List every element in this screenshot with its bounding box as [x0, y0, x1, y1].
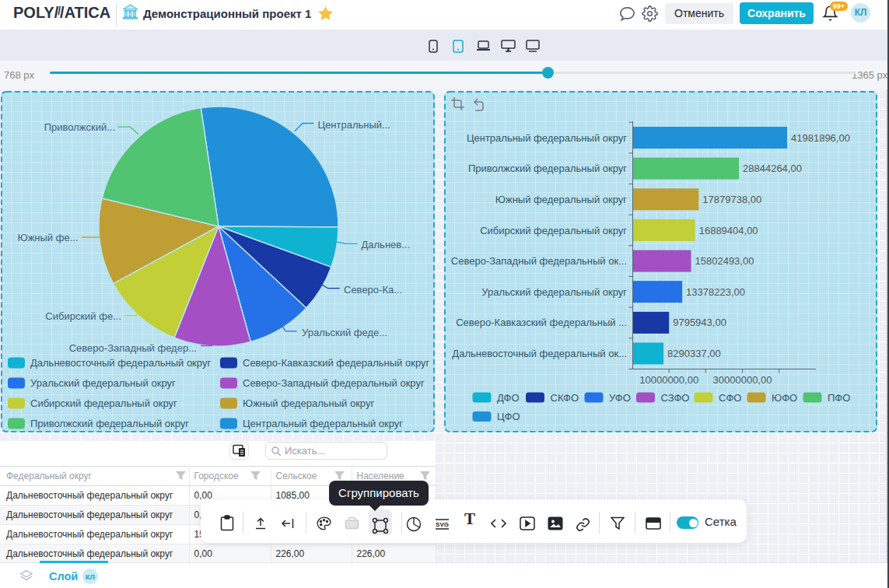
svg-text:17879738,00: 17879738,00: [702, 194, 761, 205]
svg-text:16889404,00: 16889404,00: [699, 225, 758, 236]
svg-text:30000000,00: 30000000,00: [713, 374, 772, 386]
svg-text:Северо-Западный федеральный ок: Северо-Западный федеральный округ: [243, 377, 425, 389]
svg-text:Северо-Кавказский федеральный: Северо-Кавказский федеральный ...: [456, 317, 627, 328]
svg-text:8290337,00: 8290337,00: [667, 348, 721, 359]
svg-text:28844264,00: 28844264,00: [743, 163, 802, 174]
svg-text:Приволжский федеральный округ: Приволжский федеральный округ: [468, 163, 627, 174]
svg-text:Дальневосточный федеральный ок: Дальневосточный федеральный ок...: [452, 348, 627, 359]
svg-text:15802493,00: 15802493,00: [695, 255, 754, 267]
svg-text:Сибирский фе...: Сибирский фе...: [45, 310, 121, 322]
svg-text:Приволжский...: Приволжский...: [44, 121, 115, 133]
svg-text:Дальнев...: Дальнев...: [362, 239, 411, 250]
svg-text:Дальневосточный федеральный ок: Дальневосточный федеральный округ: [30, 357, 211, 369]
svg-text:Уральский феде...: Уральский феде...: [302, 327, 387, 338]
svg-text:SVG: SVG: [436, 521, 449, 528]
svg-text:Сибирский федеральный округ: Сибирский федеральный округ: [480, 225, 627, 236]
svg-text:Центральный федеральный округ: Центральный федеральный округ: [467, 132, 627, 144]
svg-text:УФО: УФО: [609, 392, 631, 404]
svg-text:Северо-Западный федер...: Северо-Западный федер...: [69, 342, 197, 354]
svg-text:Северо-Ка...: Северо-Ка...: [344, 284, 402, 296]
svg-text:ДФО: ДФО: [497, 392, 520, 404]
svg-text:Северо-Кавказский федеральный: Северо-Кавказский федеральный округ: [243, 357, 429, 369]
svg-text:Приволжский федеральный округ: Приволжский федеральный округ: [30, 418, 189, 429]
svg-text:Центральный...: Центральный...: [318, 119, 390, 131]
svg-text:41981896,00: 41981896,00: [791, 132, 850, 144]
svg-text:9795943,00: 9795943,00: [673, 317, 726, 328]
svg-text:Уральский федеральный округ: Уральский федеральный округ: [481, 286, 627, 298]
svg-text:СКФО: СКФО: [551, 392, 579, 404]
svg-text:ПФО: ПФО: [828, 392, 850, 404]
svg-text:13378223,00: 13378223,00: [686, 286, 745, 298]
svg-text:Центральный федеральный округ: Центральный федеральный округ: [243, 418, 403, 429]
svg-text:ЮФО: ЮФО: [772, 392, 797, 404]
svg-text:СЗФО: СЗФО: [661, 392, 690, 404]
svg-text:ЦФО: ЦФО: [497, 411, 520, 422]
svg-text:СФО: СФО: [719, 392, 741, 404]
svg-text:Северо-Западный федеральный ок: Северо-Западный федеральный ок...: [451, 255, 627, 267]
svg-text:10000000,00: 10000000,00: [639, 374, 698, 386]
svg-text:Сибирский федеральный округ: Сибирский федеральный округ: [30, 397, 177, 409]
svg-text:Уральский федеральный округ: Уральский федеральный округ: [30, 377, 176, 389]
svg-text:Южный федеральный округ: Южный федеральный округ: [495, 194, 627, 205]
svg-text:Южный федеральный округ: Южный федеральный округ: [243, 397, 374, 409]
svg-text:Южный фе...: Южный фе...: [18, 232, 79, 243]
